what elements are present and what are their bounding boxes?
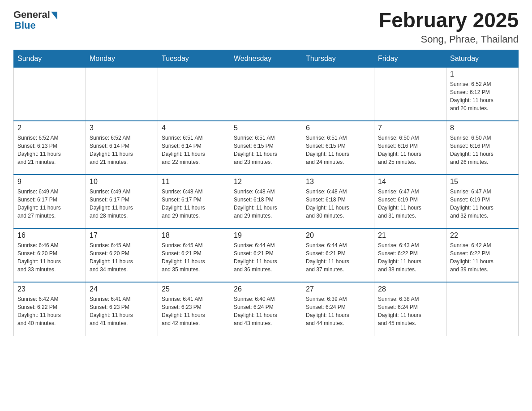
table-row: 26Sunrise: 6:40 AM Sunset: 6:24 PM Dayli… bbox=[230, 282, 302, 336]
calendar-title: February 2025 bbox=[379, 9, 519, 32]
day-info: Sunrise: 6:48 AM Sunset: 6:17 PM Dayligh… bbox=[162, 188, 226, 220]
day-number: 28 bbox=[378, 285, 442, 293]
calendar-subtitle: Song, Phrae, Thailand bbox=[379, 34, 519, 45]
day-info: Sunrise: 6:49 AM Sunset: 6:17 PM Dayligh… bbox=[90, 188, 154, 220]
day-info: Sunrise: 6:40 AM Sunset: 6:24 PM Dayligh… bbox=[234, 295, 298, 327]
table-row: 18Sunrise: 6:45 AM Sunset: 6:21 PM Dayli… bbox=[158, 228, 230, 282]
day-number: 1 bbox=[450, 70, 515, 78]
day-info: Sunrise: 6:44 AM Sunset: 6:21 PM Dayligh… bbox=[234, 241, 298, 274]
table-row: 25Sunrise: 6:41 AM Sunset: 6:23 PM Dayli… bbox=[158, 282, 230, 336]
table-row: 1Sunrise: 6:52 AM Sunset: 6:12 PM Daylig… bbox=[446, 67, 519, 121]
day-info: Sunrise: 6:49 AM Sunset: 6:17 PM Dayligh… bbox=[17, 188, 82, 220]
calendar-week-row: 16Sunrise: 6:46 AM Sunset: 6:20 PM Dayli… bbox=[14, 228, 519, 282]
day-info: Sunrise: 6:51 AM Sunset: 6:15 PM Dayligh… bbox=[234, 134, 298, 166]
day-info: Sunrise: 6:50 AM Sunset: 6:16 PM Dayligh… bbox=[378, 134, 442, 166]
day-number: 22 bbox=[450, 231, 515, 240]
table-row bbox=[158, 67, 230, 121]
table-row: 3Sunrise: 6:52 AM Sunset: 6:14 PM Daylig… bbox=[86, 121, 158, 175]
table-row: 22Sunrise: 6:42 AM Sunset: 6:22 PM Dayli… bbox=[446, 228, 519, 282]
day-info: Sunrise: 6:50 AM Sunset: 6:16 PM Dayligh… bbox=[450, 134, 515, 166]
table-row bbox=[86, 67, 158, 121]
day-info: Sunrise: 6:46 AM Sunset: 6:20 PM Dayligh… bbox=[17, 241, 82, 274]
header-wednesday: Wednesday bbox=[230, 50, 302, 67]
day-number: 27 bbox=[306, 285, 370, 293]
day-number: 3 bbox=[90, 124, 154, 132]
header-sunday: Sunday bbox=[14, 50, 86, 67]
table-row: 9Sunrise: 6:49 AM Sunset: 6:17 PM Daylig… bbox=[14, 175, 86, 228]
logo-arrow-icon bbox=[51, 12, 57, 20]
day-info: Sunrise: 6:43 AM Sunset: 6:22 PM Dayligh… bbox=[378, 241, 442, 274]
table-row bbox=[374, 67, 446, 121]
table-row: 24Sunrise: 6:41 AM Sunset: 6:23 PM Dayli… bbox=[86, 282, 158, 336]
day-info: Sunrise: 6:52 AM Sunset: 6:14 PM Dayligh… bbox=[90, 134, 154, 166]
day-info: Sunrise: 6:41 AM Sunset: 6:23 PM Dayligh… bbox=[162, 295, 226, 327]
table-row: 11Sunrise: 6:48 AM Sunset: 6:17 PM Dayli… bbox=[158, 175, 230, 228]
table-row: 28Sunrise: 6:38 AM Sunset: 6:24 PM Dayli… bbox=[374, 282, 446, 336]
day-number: 18 bbox=[162, 231, 226, 240]
day-number: 7 bbox=[378, 124, 442, 132]
day-number: 16 bbox=[17, 231, 82, 240]
table-row: 14Sunrise: 6:47 AM Sunset: 6:19 PM Dayli… bbox=[374, 175, 446, 228]
day-number: 15 bbox=[450, 178, 515, 186]
table-row: 27Sunrise: 6:39 AM Sunset: 6:24 PM Dayli… bbox=[302, 282, 374, 336]
calendar-week-row: 1Sunrise: 6:52 AM Sunset: 6:12 PM Daylig… bbox=[14, 67, 519, 121]
header-saturday: Saturday bbox=[446, 50, 519, 67]
table-row: 21Sunrise: 6:43 AM Sunset: 6:22 PM Dayli… bbox=[374, 228, 446, 282]
day-number: 9 bbox=[17, 178, 82, 186]
day-info: Sunrise: 6:45 AM Sunset: 6:21 PM Dayligh… bbox=[162, 241, 226, 274]
day-number: 11 bbox=[162, 178, 226, 186]
day-number: 4 bbox=[162, 124, 226, 132]
table-row: 10Sunrise: 6:49 AM Sunset: 6:17 PM Dayli… bbox=[86, 175, 158, 228]
day-info: Sunrise: 6:48 AM Sunset: 6:18 PM Dayligh… bbox=[306, 188, 370, 220]
header-thursday: Thursday bbox=[302, 50, 374, 67]
day-info: Sunrise: 6:52 AM Sunset: 6:13 PM Dayligh… bbox=[17, 134, 82, 166]
table-row: 8Sunrise: 6:50 AM Sunset: 6:16 PM Daylig… bbox=[446, 121, 519, 175]
day-number: 26 bbox=[234, 285, 298, 293]
weekday-header-row: Sunday Monday Tuesday Wednesday Thursday… bbox=[14, 50, 519, 67]
day-info: Sunrise: 6:45 AM Sunset: 6:20 PM Dayligh… bbox=[90, 241, 154, 274]
day-info: Sunrise: 6:42 AM Sunset: 6:22 PM Dayligh… bbox=[17, 295, 82, 327]
day-number: 19 bbox=[234, 231, 298, 240]
day-info: Sunrise: 6:52 AM Sunset: 6:12 PM Dayligh… bbox=[450, 80, 515, 112]
day-info: Sunrise: 6:51 AM Sunset: 6:15 PM Dayligh… bbox=[306, 134, 370, 166]
day-number: 10 bbox=[90, 178, 154, 186]
table-row: 20Sunrise: 6:44 AM Sunset: 6:21 PM Dayli… bbox=[302, 228, 374, 282]
header-friday: Friday bbox=[374, 50, 446, 67]
table-row: 4Sunrise: 6:51 AM Sunset: 6:14 PM Daylig… bbox=[158, 121, 230, 175]
day-number: 5 bbox=[234, 124, 298, 132]
day-number: 14 bbox=[378, 178, 442, 186]
table-row: 5Sunrise: 6:51 AM Sunset: 6:15 PM Daylig… bbox=[230, 121, 302, 175]
table-row: 23Sunrise: 6:42 AM Sunset: 6:22 PM Dayli… bbox=[14, 282, 86, 336]
table-row bbox=[446, 282, 519, 336]
day-info: Sunrise: 6:48 AM Sunset: 6:18 PM Dayligh… bbox=[234, 188, 298, 220]
calendar-week-row: 9Sunrise: 6:49 AM Sunset: 6:17 PM Daylig… bbox=[14, 175, 519, 228]
logo-blue-text: Blue bbox=[14, 20, 36, 31]
header-tuesday: Tuesday bbox=[158, 50, 230, 67]
page-header: General Blue February 2025 Song, Phrae, … bbox=[13, 9, 519, 45]
calendar-week-row: 2Sunrise: 6:52 AM Sunset: 6:13 PM Daylig… bbox=[14, 121, 519, 175]
day-number: 25 bbox=[162, 285, 226, 293]
table-row: 6Sunrise: 6:51 AM Sunset: 6:15 PM Daylig… bbox=[302, 121, 374, 175]
logo-general-text: General bbox=[13, 9, 50, 21]
day-info: Sunrise: 6:47 AM Sunset: 6:19 PM Dayligh… bbox=[378, 188, 442, 220]
day-number: 6 bbox=[306, 124, 370, 132]
header-monday: Monday bbox=[86, 50, 158, 67]
day-info: Sunrise: 6:47 AM Sunset: 6:19 PM Dayligh… bbox=[450, 188, 515, 220]
table-row bbox=[14, 67, 86, 121]
logo: General Blue bbox=[13, 9, 57, 31]
day-info: Sunrise: 6:51 AM Sunset: 6:14 PM Dayligh… bbox=[162, 134, 226, 166]
calendar-table: Sunday Monday Tuesday Wednesday Thursday… bbox=[13, 50, 519, 336]
table-row bbox=[302, 67, 374, 121]
table-row: 19Sunrise: 6:44 AM Sunset: 6:21 PM Dayli… bbox=[230, 228, 302, 282]
title-section: February 2025 Song, Phrae, Thailand bbox=[379, 9, 519, 45]
day-info: Sunrise: 6:44 AM Sunset: 6:21 PM Dayligh… bbox=[306, 241, 370, 274]
table-row: 7Sunrise: 6:50 AM Sunset: 6:16 PM Daylig… bbox=[374, 121, 446, 175]
day-number: 20 bbox=[306, 231, 370, 240]
table-row: 13Sunrise: 6:48 AM Sunset: 6:18 PM Dayli… bbox=[302, 175, 374, 228]
calendar-week-row: 23Sunrise: 6:42 AM Sunset: 6:22 PM Dayli… bbox=[14, 282, 519, 336]
day-number: 17 bbox=[90, 231, 154, 240]
table-row: 2Sunrise: 6:52 AM Sunset: 6:13 PM Daylig… bbox=[14, 121, 86, 175]
table-row: 16Sunrise: 6:46 AM Sunset: 6:20 PM Dayli… bbox=[14, 228, 86, 282]
day-info: Sunrise: 6:41 AM Sunset: 6:23 PM Dayligh… bbox=[90, 295, 154, 327]
day-number: 2 bbox=[17, 124, 82, 132]
